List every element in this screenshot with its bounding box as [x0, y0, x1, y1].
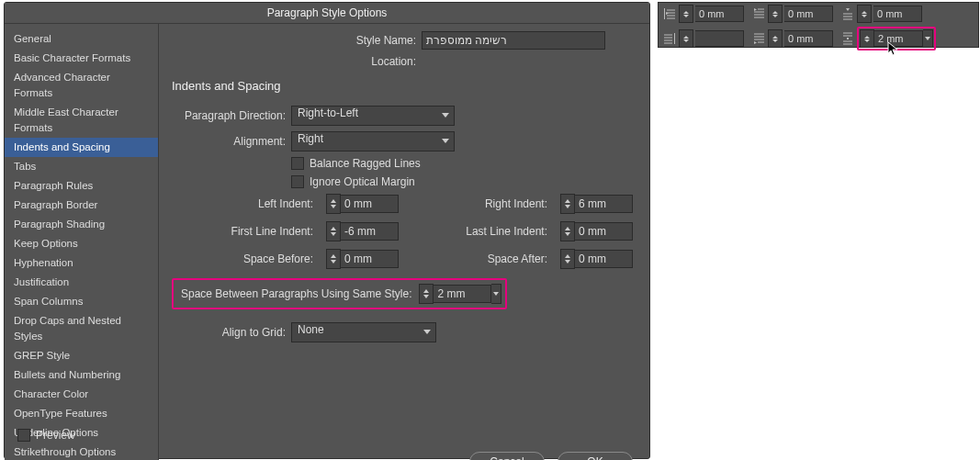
- space-between-icon: [840, 31, 855, 46]
- left-indent-stepper[interactable]: [326, 194, 399, 214]
- stepper-icon: [326, 249, 341, 269]
- ignore-optical-label: Ignore Optical Margin: [310, 175, 415, 188]
- stepper-icon[interactable]: [768, 29, 783, 48]
- sidebar-item-justification[interactable]: Justification: [5, 273, 158, 292]
- sidebar-item-hyphenation[interactable]: Hyphenation: [5, 253, 158, 273]
- sidebar-item-paragraph-border[interactable]: Paragraph Border: [5, 196, 158, 215]
- sidebar-item-strikethrough[interactable]: Strikethrough Options: [5, 443, 158, 460]
- stepper-icon[interactable]: [679, 29, 693, 48]
- dialog-title: Paragraph Style Options: [5, 3, 649, 24]
- ok-button[interactable]: OK: [558, 452, 633, 460]
- alignment-select[interactable]: Right: [291, 131, 455, 151]
- sidebar-item-grep-style[interactable]: GREP Style: [5, 346, 158, 365]
- sidebar-item-character-color[interactable]: Character Color: [5, 385, 158, 404]
- space-after-input[interactable]: [575, 250, 633, 268]
- panel-space-between-input[interactable]: [874, 30, 923, 47]
- last-line-indent-input[interactable]: [575, 222, 633, 241]
- last-line-indent-icon: [751, 31, 766, 46]
- space-after-label: Space After:: [406, 252, 553, 265]
- cancel-button[interactable]: Cancel: [469, 452, 545, 460]
- stepper-icon[interactable]: [768, 5, 783, 23]
- dropdown-icon[interactable]: [491, 284, 501, 304]
- sidebar-item-indents-spacing[interactable]: Indents and Spacing: [5, 138, 158, 157]
- sidebar-item-drop-caps[interactable]: Drop Caps and Nested Styles: [5, 311, 158, 346]
- balance-ragged-checkbox[interactable]: Balance Ragged Lines: [291, 157, 421, 170]
- paragraph-direction-select[interactable]: Right-to-Left: [291, 106, 455, 126]
- checkbox-icon: [291, 175, 304, 188]
- control-panel: [658, 2, 979, 48]
- left-indent-input[interactable]: [341, 195, 399, 213]
- stepper-icon: [560, 249, 575, 269]
- first-line-indent-label: First Line Indent:: [172, 225, 319, 238]
- sidebar-item-paragraph-rules[interactable]: Paragraph Rules: [5, 176, 158, 196]
- right-indent-icon: [662, 31, 677, 46]
- sidebar-item-general[interactable]: General: [5, 29, 158, 49]
- location-label: Location:: [172, 55, 422, 68]
- sidebar-item-basic-character[interactable]: Basic Character Formats: [5, 49, 158, 68]
- sidebar-item-span-columns[interactable]: Span Columns: [5, 292, 158, 311]
- stepper-icon: [560, 194, 575, 214]
- space-between-label: Space Between Paragraphs Using Same Styl…: [177, 287, 411, 300]
- panel-first-line-input[interactable]: [784, 6, 833, 22]
- panel-last-line-input[interactable]: [784, 30, 833, 47]
- space-after-stepper[interactable]: [560, 249, 633, 269]
- sidebar-item-paragraph-shading[interactable]: Paragraph Shading: [5, 215, 158, 234]
- dropdown-icon[interactable]: [923, 29, 933, 48]
- stepper-icon: [560, 221, 575, 241]
- sidebar-item-advanced-character[interactable]: Advanced Character Formats: [5, 68, 158, 103]
- last-line-indent-stepper[interactable]: [560, 221, 633, 241]
- panel-space-between-highlight: [857, 27, 936, 50]
- checkbox-icon: [17, 429, 30, 442]
- paragraph-style-options-dialog: Paragraph Style Options General Basic Ch…: [4, 2, 650, 459]
- balance-ragged-label: Balance Ragged Lines: [310, 157, 421, 170]
- align-to-grid-select[interactable]: None: [291, 322, 436, 342]
- sidebar-item-bullets-numbering[interactable]: Bullets and Numbering: [5, 365, 158, 385]
- last-line-indent-label: Last Line Indent:: [406, 225, 553, 238]
- sidebar-item-tabs[interactable]: Tabs: [5, 157, 158, 176]
- space-before-label: Space Before:: [172, 252, 319, 265]
- space-before-input[interactable]: [341, 250, 399, 268]
- space-before-icon: [840, 6, 855, 21]
- stepper-icon: [326, 194, 341, 214]
- left-indent-icon: [662, 6, 677, 21]
- panel-left-indent-input[interactable]: [695, 6, 744, 22]
- first-line-indent-icon: [751, 6, 766, 21]
- right-indent-label: Right Indent:: [406, 197, 553, 210]
- panel-right-indent-input[interactable]: [695, 30, 744, 47]
- space-before-stepper[interactable]: [326, 249, 399, 269]
- stepper-icon[interactable]: [860, 29, 874, 48]
- alignment-label: Alignment:: [172, 135, 291, 148]
- ignore-optical-checkbox[interactable]: Ignore Optical Margin: [291, 175, 415, 188]
- stepper-icon: [326, 221, 341, 241]
- align-to-grid-label: Align to Grid:: [172, 326, 291, 339]
- section-heading: Indents and Spacing: [172, 79, 633, 93]
- stepper-icon: [419, 284, 434, 304]
- paragraph-direction-label: Paragraph Direction:: [172, 109, 291, 122]
- sidebar-item-keep-options[interactable]: Keep Options: [5, 234, 158, 253]
- style-name-label: Style Name:: [172, 34, 422, 47]
- space-between-highlight: Space Between Paragraphs Using Same Styl…: [172, 278, 507, 309]
- category-sidebar: General Basic Character Formats Advanced…: [5, 24, 159, 460]
- preview-label: Preview: [36, 429, 75, 442]
- panel-space-before-input[interactable]: [873, 6, 922, 22]
- right-indent-stepper[interactable]: [560, 194, 633, 214]
- space-between-stepper[interactable]: [419, 284, 501, 304]
- first-line-indent-stepper[interactable]: [326, 221, 399, 241]
- sidebar-item-middle-east[interactable]: Middle East Character Formats: [5, 103, 158, 138]
- style-name-input[interactable]: [422, 31, 605, 50]
- right-indent-input[interactable]: [575, 195, 633, 213]
- stepper-icon[interactable]: [679, 5, 693, 23]
- left-indent-label: Left Indent:: [172, 197, 319, 210]
- space-between-input[interactable]: [434, 285, 491, 303]
- preview-checkbox[interactable]: Preview: [17, 429, 75, 442]
- stepper-icon[interactable]: [857, 5, 872, 23]
- main-panel: Style Name: Location: Indents and Spacin…: [159, 24, 649, 460]
- checkbox-icon: [291, 157, 304, 170]
- sidebar-item-opentype[interactable]: OpenType Features: [5, 404, 158, 423]
- first-line-indent-input[interactable]: [341, 222, 399, 241]
